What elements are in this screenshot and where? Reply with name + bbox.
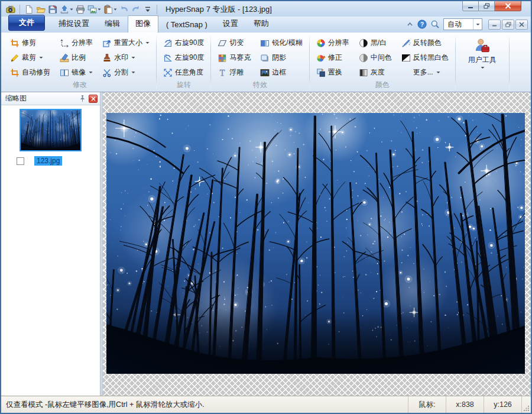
tab-settings[interactable]: 设置: [215, 15, 246, 33]
copy-button[interactable]: [87, 4, 102, 15]
new-file-button[interactable]: [24, 4, 34, 15]
sharpen-blur-button[interactable]: 锐化/模糊: [259, 37, 303, 48]
group-separator: [509, 36, 510, 88]
midtone-button[interactable]: 中间色: [358, 52, 393, 63]
tab-capture-settings[interactable]: 捕捉设置: [51, 15, 97, 33]
minimize-icon: [492, 22, 497, 27]
app-icon: [6, 5, 15, 14]
button-label: 左旋90度: [175, 53, 204, 63]
watermark-button[interactable]: 水印: [101, 52, 151, 63]
resize-grip[interactable]: [521, 396, 531, 413]
zoom-tool-button[interactable]: [430, 20, 440, 29]
split-button[interactable]: 分割: [101, 67, 151, 78]
tabbar-right-controls: ? 自动: [406, 18, 528, 30]
tab-help[interactable]: 帮助: [246, 15, 277, 33]
button-label: 任意角度: [175, 67, 203, 77]
grayscale-button[interactable]: 灰度: [358, 67, 393, 78]
paste-button[interactable]: [103, 4, 118, 15]
undo-button[interactable]: [119, 4, 129, 15]
maximize-restore-button[interactable]: [479, 1, 495, 11]
resize-button[interactable]: 重置大小: [101, 37, 151, 48]
crop-icon: [10, 38, 20, 48]
user-tools-button[interactable]: 用户工具: [461, 35, 504, 70]
invert-colors-icon: [401, 38, 411, 48]
print-button[interactable]: [75, 4, 86, 15]
black-white-button[interactable]: 黑/白: [358, 37, 393, 48]
more-button[interactable]: 更多...: [400, 67, 450, 78]
mosaic-button[interactable]: 马赛克: [216, 52, 252, 63]
open-file-button[interactable]: [35, 4, 46, 15]
ribbon-tab-bar: 文件捕捉设置编辑图像( TextSnap )设置帮助 ? 自动: [1, 17, 531, 33]
svg-text:?: ?: [420, 21, 424, 28]
save-button[interactable]: [47, 4, 58, 15]
app-menu-button[interactable]: [5, 4, 16, 15]
button-label: 重置大小: [114, 38, 142, 48]
mouse-y-value: y:126: [484, 396, 521, 413]
thumbnail-item[interactable]: [20, 109, 82, 151]
mdi-close-button[interactable]: [515, 20, 528, 30]
collapse-ribbon-button[interactable]: [406, 21, 414, 28]
tab-textsnap[interactable]: ( TextSnap ): [158, 17, 215, 33]
chevron-down-icon: [473, 19, 482, 30]
emboss-button[interactable]: T浮雕: [216, 67, 252, 78]
export-button[interactable]: [59, 4, 74, 15]
close-button[interactable]: [495, 1, 521, 11]
color-correct-button[interactable]: 修正: [315, 52, 351, 63]
auto-trim-button[interactable]: 自动修剪: [9, 67, 51, 78]
tab-image[interactable]: 图像: [128, 15, 158, 33]
button-label: 裁剪: [22, 53, 36, 63]
redo-button[interactable]: [131, 4, 141, 15]
emboss-icon: T: [218, 68, 227, 77]
button-label: 镜像: [72, 67, 86, 77]
rotate-any-angle-button[interactable]: 任意角度: [162, 67, 205, 78]
export-icon: [60, 5, 69, 14]
trim-button[interactable]: 修剪: [9, 37, 51, 48]
tab-edit[interactable]: 编辑: [97, 15, 128, 33]
quick-access-toolbar: [5, 4, 160, 15]
tab-file[interactable]: 文件: [8, 15, 45, 31]
photo-image[interactable]: [106, 113, 525, 374]
invert-colors-button[interactable]: 反转颜色: [400, 37, 450, 48]
crop-icon: [10, 68, 20, 77]
thumbnail-checkbox[interactable]: [17, 157, 24, 165]
group-label: 旋转: [157, 80, 210, 90]
shadow-button[interactable]: 阴影: [259, 52, 303, 63]
button-label: 反转颜色: [413, 38, 442, 48]
user-tools-icon: [474, 38, 490, 54]
help-button[interactable]: ?: [417, 20, 427, 29]
button-label: 修正: [328, 53, 342, 63]
button-label: 边框: [272, 67, 286, 77]
mirror-button[interactable]: 镜像: [59, 67, 94, 78]
redo-icon: [131, 5, 141, 14]
open-folder-icon: [36, 5, 46, 14]
button-label: 水印: [114, 53, 128, 63]
replace-icon: [316, 68, 326, 77]
mdi-minimize-button[interactable]: [488, 20, 501, 30]
invert-bw-button[interactable]: 反转黑白色: [400, 52, 450, 63]
pin-panel-button[interactable]: [78, 94, 87, 103]
dropdown-arrow-icon: [131, 71, 135, 74]
rotate-right-90-button[interactable]: 右旋90度: [162, 37, 205, 48]
replace-button[interactable]: 置换: [315, 67, 351, 78]
qat-customize-button[interactable]: [142, 4, 153, 15]
color-resolution-button[interactable]: 分辨率: [315, 37, 351, 48]
shear-button[interactable]: 切变: [216, 37, 252, 48]
resolution-button[interactable]: 分辨率: [59, 37, 94, 48]
ribbon-group-user-tools: 用户工具: [456, 34, 509, 92]
minimize-button[interactable]: [462, 1, 479, 11]
button-label: 分辨率: [328, 38, 349, 48]
ribbon-group-modify: 修剪裁剪自动修剪分辨率比例镜像重置大小水印分割修改: [4, 34, 156, 92]
scale-button[interactable]: 比例: [59, 52, 94, 63]
rotate-left-90-button[interactable]: 左旋90度: [162, 52, 205, 63]
midtone-icon: [359, 53, 368, 63]
button-label: 灰度: [371, 67, 385, 77]
thumbnail-filename[interactable]: 123.jpg: [34, 156, 62, 166]
zoom-mode-select[interactable]: 自动: [443, 18, 482, 30]
border-button[interactable]: 边框: [259, 67, 303, 78]
cut-button[interactable]: 裁剪: [9, 52, 51, 63]
mdi-restore-button[interactable]: [502, 20, 514, 30]
close-panel-button[interactable]: [89, 95, 98, 103]
dropdown-arrow-icon: [481, 66, 485, 69]
thumbnail-list: 123.jpg: [1, 105, 100, 396]
shear-icon: [218, 38, 227, 48]
